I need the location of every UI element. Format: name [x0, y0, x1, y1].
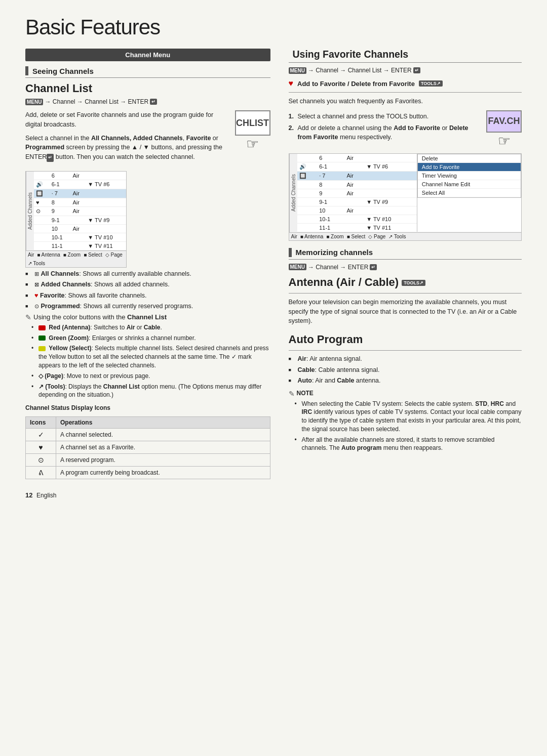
- channel-list-menu-path: MENU → Channel → Channel List → ENTER ↵: [25, 98, 270, 105]
- fav-ch-badge: FAV.CH: [486, 110, 522, 133]
- seeing-channels-title: Seeing Channels: [32, 67, 94, 75]
- page-number: 12: [25, 491, 32, 499]
- using-favorite-title: Using Favorite Channels: [293, 49, 409, 60]
- steps-list-area: 1. Select a channel and press the TOOLS …: [289, 110, 481, 145]
- red-color-icon: [38, 325, 46, 330]
- list-item-auto: Auto: Air and Cable antenna.: [289, 376, 522, 386]
- note-icon: ✎: [289, 390, 295, 398]
- channel-types-list: ⊞ All Channels: Shows all currently avai…: [25, 270, 270, 311]
- heart-icon: ♥: [289, 79, 294, 88]
- icon-broadcast: ᕕ: [26, 467, 56, 479]
- tools-btn: ↗ (Tools): Displays the Channel List opt…: [31, 383, 270, 400]
- fav-channel-image: Added Channels 6 Air Delete Add to Favor…: [289, 153, 522, 241]
- left-column: Channel Menu Seeing Channels Channel Lis…: [25, 49, 270, 479]
- menu-item-channel-name-edit: Channel Name Edit: [418, 180, 521, 189]
- color-btn-red: Red (Antenna): Switches to Air or Cable.: [31, 323, 270, 332]
- icon-heart: ♥: [26, 441, 56, 454]
- color-btn-yellow: Yellow (Select): Selects multiple channe…: [31, 344, 270, 369]
- menu-icon: MENU: [289, 67, 306, 74]
- auto-program-section: Auto Program Air: Air antenna signal. Ca…: [289, 333, 522, 452]
- yellow-color-icon: [38, 346, 46, 351]
- add-to-favorite-desc: Set channels you watch frequently as Fav…: [289, 97, 522, 106]
- channel-list-description: Add, delete or set Favorite channels and…: [25, 110, 230, 166]
- channel-list-desc2: Select a channel in the All Channels, Ad…: [25, 134, 230, 162]
- menu-item-add-to-favorite: Add to Favorite: [418, 163, 521, 172]
- green-color-icon: [38, 335, 46, 341]
- tools-badge: TOOLS↗: [419, 80, 443, 87]
- table-row-highlighted: 🔲 · 7 Air: [34, 189, 126, 198]
- antenna-description: Before your television can begin memoriz…: [289, 298, 522, 326]
- page-title: Basic Features: [25, 15, 522, 39]
- list-item-step2: 2. Add or delete a channel using the Add…: [289, 124, 481, 142]
- using-favorite-header: Using Favorite Channels: [289, 49, 522, 63]
- using-favorite-menu-path: MENU → Channel → Channel List → ENTER ↵: [289, 67, 522, 74]
- enter-icon: ↵: [150, 99, 157, 105]
- table-row: 10 Air: [34, 224, 126, 233]
- divider: [289, 92, 522, 93]
- color-buttons-list: Red (Antenna): Switches to Air or Cable.…: [31, 323, 270, 399]
- list-item-air: Air: Air antenna signal.: [289, 355, 522, 364]
- note-pencil-icon: ✎: [25, 313, 31, 321]
- fav-table-footer: Air ■ Antenna ■ Zoom ■ Select ◇ Page ↗ T…: [289, 232, 521, 240]
- fav-menu-popup: Delete Add to Favorite Timer Viewing Cha…: [417, 154, 521, 198]
- channel-menu-bar: Channel Menu: [25, 49, 270, 61]
- auto-program-title: Auto Program: [289, 333, 522, 346]
- enter-icon: ↵: [413, 67, 420, 73]
- note-list: When selecting the Cable TV system: Sele…: [295, 400, 522, 453]
- list-item-programmed: ⊙ Programmed: Shows all currently reserv…: [25, 302, 270, 311]
- channel-list-footer: Air ■ Antenna ■ Zoom ■ Select ◇ Page ↗ T…: [26, 250, 126, 267]
- memorizing-header: Memorizing channels: [289, 248, 522, 260]
- icons-table: Icons Operations ✓ A channel selected. ♥…: [25, 416, 270, 479]
- table-row: ♥ 8 Air: [34, 198, 126, 206]
- operation-text: A channel set as a Favorite.: [56, 441, 270, 454]
- channel-list-title: Channel List: [25, 82, 270, 95]
- menu-path-text: → Channel → Channel List → ENTER: [308, 67, 412, 74]
- list-item-favorite: ♥ Favorite: Shows all favorite channels.: [25, 291, 270, 301]
- antenna-section: Antenna (Air / Cable) TOOLS↗ Before your…: [289, 276, 522, 326]
- table-row: 6 Air: [34, 172, 126, 180]
- operation-text: A reserved program.: [56, 454, 270, 467]
- hand-icon: ☞: [246, 136, 259, 152]
- tools-badge-antenna: TOOLS↗: [402, 280, 425, 286]
- table-row: 6 Air Delete Add to Favorite Timer Viewi…: [297, 154, 521, 162]
- seeing-channels-header: Seeing Channels: [25, 66, 270, 78]
- list-item-added-channels: ⊠ Added Channels: Shows all added channe…: [25, 280, 270, 289]
- note-item-1: When selecting the Cable TV system: Sele…: [295, 400, 522, 434]
- icon-circle: ⊙: [26, 454, 56, 467]
- note-header: ✎ NOTE: [289, 390, 522, 398]
- menu-item-select-all: Select All: [418, 189, 521, 197]
- auto-program-list: Air: Air antenna signal. Cable: Cable an…: [289, 355, 522, 386]
- list-item-all-channels: ⊞ All Channels: Shows all currently avai…: [25, 270, 270, 279]
- color-buttons-section: ✎ Using the color buttons with the Chann…: [25, 313, 270, 321]
- icons-col-header: Icons: [26, 417, 56, 429]
- note-block: ✎ NOTE When selecting the Cable TV syste…: [289, 390, 522, 453]
- memorizing-title: Memorizing channels: [296, 248, 373, 257]
- table-row: 🔊 6-1 ▼ TV #6: [34, 180, 126, 189]
- menu-item-timer-viewing: Timer Viewing: [418, 172, 521, 180]
- section-bar-icon: [25, 66, 28, 75]
- right-column: Using Favorite Channels MENU → Channel →…: [289, 49, 522, 479]
- menu-icon: MENU: [25, 99, 43, 105]
- enter-icon: ↵: [370, 264, 377, 270]
- add-to-favorite-header: ♥ Add to Favorite / Delete from Favorite…: [289, 79, 522, 88]
- icon-check: ✓: [26, 429, 56, 441]
- table-row: ✓ A channel selected.: [26, 429, 270, 441]
- divider: [289, 350, 522, 351]
- channel-list-desc1: Add, delete or set Favorite channels and…: [25, 110, 230, 130]
- color-buttons-intro: Using the color buttons with the Channel…: [33, 313, 167, 321]
- operation-text: A program currently being broadcast.: [56, 467, 270, 479]
- antenna-title: Antenna (Air / Cable) TOOLS↗: [289, 276, 522, 289]
- steps-list: 1. Select a channel and press the TOOLS …: [289, 112, 481, 142]
- list-item-step1: 1. Select a channel and press the TOOLS …: [289, 112, 481, 121]
- memorizing-section: Memorizing channels MENU → Channel → ENT…: [289, 248, 522, 271]
- channel-status-title: Channel Status Display Icons: [25, 404, 270, 411]
- divider: [289, 293, 522, 293]
- table-row: 11-1 ▼ TV #11: [34, 241, 126, 250]
- operations-col-header: Operations: [56, 417, 270, 429]
- add-to-favorite-section: ♥ Add to Favorite / Delete from Favorite…: [289, 79, 522, 241]
- fav-ch-badge-area: FAV.CH ☞: [486, 110, 522, 149]
- list-item-cable: Cable: Cable antenna signal.: [289, 366, 522, 375]
- color-btn-green: Green (Zoom): Enlarges or shrinks a chan…: [31, 334, 270, 343]
- hand-icon: ☞: [498, 133, 511, 149]
- side-label: Added Channels: [26, 172, 34, 250]
